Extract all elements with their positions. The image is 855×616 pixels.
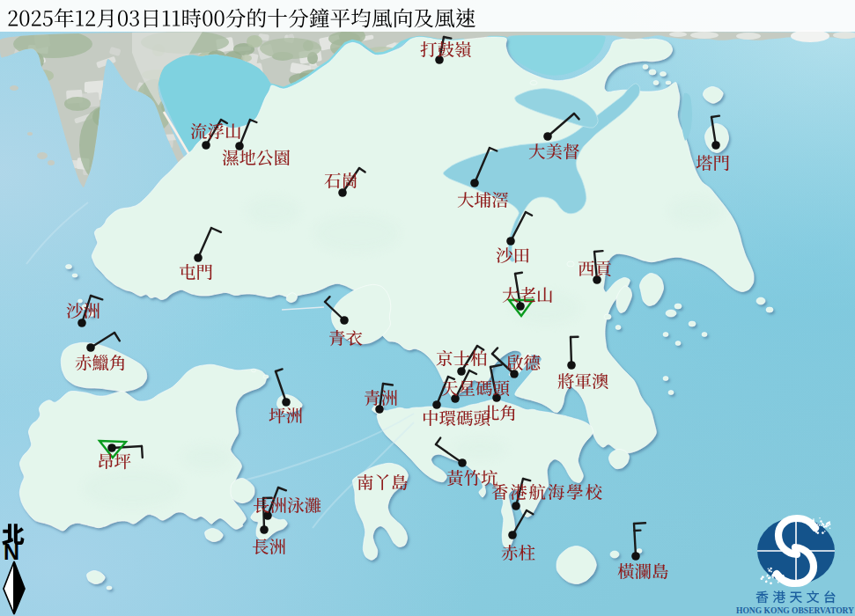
svg-text:N: N: [4, 539, 19, 564]
svg-text:HONG KONG OBSERVATORY: HONG KONG OBSERVATORY: [736, 605, 854, 615]
